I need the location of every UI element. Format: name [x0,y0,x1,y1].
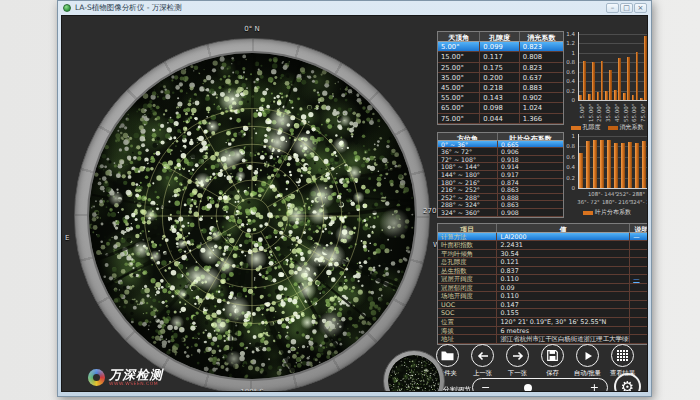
table-cell [630,335,648,344]
table-cell: 0.147 [497,301,630,310]
table-row[interactable]: 252° ~ 288°0.888 [438,194,563,202]
y-tick-label: 1 [561,133,575,139]
toolbar-button-label: 下一张 [508,369,527,378]
chart-bar [614,90,617,100]
window-titlebar[interactable]: LA-S植物图像分析仪 - 万深检测 – □ × [58,1,651,15]
table-row[interactable]: 65.00°0.0981.024 [438,103,563,113]
table-cell: 0.874 [498,179,563,187]
save-button[interactable]: 保存 [535,344,570,382]
chart-bar [614,143,618,188]
slider-minus-button[interactable]: − [481,380,490,392]
chart-bar [609,70,612,100]
minimize-button[interactable]: – [606,3,619,13]
table-row[interactable]: 108° ~ 144°0.914 [438,163,563,171]
table-cell [630,318,648,327]
column-header: 消光系数 [520,32,563,42]
column-header: 项目 [438,224,497,233]
toolbar-button[interactable]: 上一张 [465,344,500,382]
table-cell: 55.00° [438,93,480,103]
table-row[interactable]: 丛生指数0.837 [438,267,648,276]
chart-bar [640,98,643,100]
y-tick-label: 0.6 [561,154,575,160]
table-row[interactable]: 5.00°0.0990.823 [438,42,563,52]
zenith-angle-table: 天顶角孔隙度消光系数5.00°0.0990.82315.00°0.1170.80… [437,31,564,125]
chart-bar [621,143,625,188]
chart-bar [628,142,632,188]
table-row[interactable]: 地址浙江省杭州市江干区白杨街道浙江理工大学绿勤东巷 [438,335,648,344]
chart-bar [579,95,582,100]
toolbar-button[interactable]: 自动/批量 [570,344,605,382]
brand-name: 万深检测 [109,368,163,381]
table-cell: 288° ~ 324° [438,201,498,209]
close-button[interactable]: × [634,3,647,13]
x-tick-label: 252°- 288° [611,191,649,197]
column-header: 天顶角 [438,32,480,42]
maximize-button[interactable]: □ [620,3,633,13]
table-row[interactable]: 324° ~ 360°0.908 [438,209,563,217]
table-row[interactable]: 72° ~ 108°0.918 [438,156,563,164]
table-cell: 0.09 [497,284,630,293]
slider-thumb[interactable] [524,384,532,392]
table-row[interactable]: SOC0.155 [438,309,648,318]
table-cell [630,241,648,250]
table-row[interactable]: 288° ~ 324°0.863 [438,201,563,209]
table-cell: 65.00° [438,103,480,113]
table-row[interactable]: 36° ~ 72°0.906 [438,148,563,156]
arrow-right-icon [506,344,529,367]
table-row[interactable]: 15.00°0.1170.808 [438,52,563,62]
y-tick-label: 0.2 [561,175,575,181]
table-cell: 地址 [438,335,497,344]
table-cell: 0.918 [498,156,563,164]
table-cell: 0.175 [480,63,519,73]
table-row[interactable]: 0° ~ 36°0.665 [438,141,563,149]
table-row[interactable]: 25.00°0.1750.823 [438,63,563,73]
legend-swatch [583,211,593,215]
table-row[interactable]: 55.00°0.1430.902 [438,93,563,103]
table-row[interactable]: 冠层开阔度0.110— [438,275,648,284]
table-cell: 计算方法 [438,233,497,242]
table-row[interactable]: 平均叶倾角30.54 [438,250,648,259]
segmentation-slider[interactable]: − + [472,378,608,392]
arrow-left-icon [471,344,494,367]
y-axis [578,32,579,100]
slider-plus-button[interactable]: + [590,380,599,392]
table-row[interactable]: 45.00°0.2180.883 [438,83,563,93]
table-row[interactable]: UOC0.147 [438,301,648,310]
chart-bar [579,153,583,188]
chart-bar [601,61,604,100]
gridline [578,34,648,35]
azimuth-angle-table: 方位角叶片分布系数0° ~ 36°0.66536° ~ 72°0.90672° … [437,132,564,218]
table-row[interactable]: 场地开阔度0.110 [438,292,648,301]
toolbar-button[interactable]: 下一张 [500,344,535,382]
table-row[interactable]: 216° ~ 252°0.863 [438,186,563,194]
table-row[interactable]: 位置120° 21' 0.19"E, 30° 16' 52.55"N [438,318,648,327]
y-tick-label: 0.2 [561,88,575,94]
table-row[interactable]: 75.00°0.0441.366 [438,114,563,124]
chart-bar [586,141,590,188]
table-cell: 35.00° [438,73,480,83]
table-row[interactable]: 海拔6 metres [438,327,648,336]
table-row[interactable]: 计算方法LAI2000— [438,233,648,242]
table-cell: 15.00° [438,52,480,62]
table-cell [630,327,648,336]
table-cell: 216° ~ 252° [438,186,498,194]
x-axis [578,100,648,101]
table-row[interactable]: 冠层郁闭度0.09 [438,284,648,293]
table-cell: 0.637 [520,73,563,83]
table-cell: 0.902 [520,93,563,103]
table-row[interactable]: 144° ~ 180°0.917 [438,171,563,179]
table-cell: 0.808 [520,52,563,62]
table-cell: 180° ~ 216° [438,179,498,187]
y-tick-label: 0.4 [561,78,575,84]
table-row[interactable]: 35.00°0.2000.637 [438,73,563,83]
compass-east-label: E [65,234,69,242]
table-row[interactable]: 叶面积指数2.2431 [438,241,648,250]
table-cell [630,309,648,318]
table-row[interactable]: 总孔隙度0.121 [438,258,648,267]
table-cell [630,267,648,276]
table-row[interactable]: 180° ~ 216°0.874 [438,179,563,187]
table-cell: 45.00° [438,83,480,93]
x-axis [578,188,648,189]
table-cell: 平均叶倾角 [438,250,497,259]
table-header-row: 天顶角孔隙度消光系数 [438,32,563,42]
